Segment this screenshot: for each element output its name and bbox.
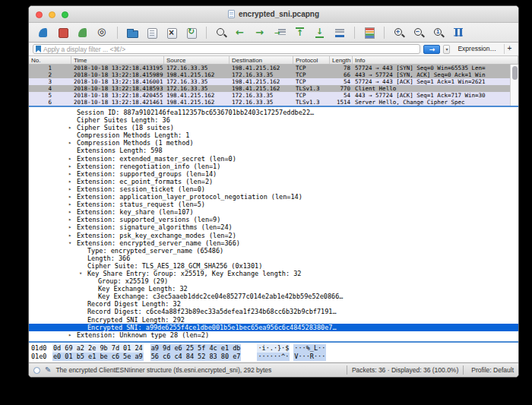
column-header-time[interactable]: Time	[71, 56, 164, 64]
packet-row[interactable]: 52018-10-18 13:22:18.420455198.41.215.16…	[29, 92, 518, 99]
detail-line[interactable]: Cipher Suite: TLS_AES_128_GCM_SHA256 (0x…	[29, 262, 518, 270]
packet-row[interactable]: 22018-10-18 13:22:18.415989198.41.215.16…	[29, 71, 518, 78]
detail-line[interactable]: Encrypted SNI Length: 292	[29, 316, 518, 324]
expand-arrow-icon[interactable]: ▸	[68, 331, 71, 339]
hex-ascii[interactable]: ···%_L··	[293, 344, 326, 353]
detail-line[interactable]: ▾Extension: encrypted_server_name (len=3…	[29, 239, 518, 247]
detail-line[interactable]: ▸Compression Methods (1 method)	[29, 139, 518, 147]
detail-line[interactable]: ▸Cipher Suites (18 suites)	[29, 124, 518, 131]
expand-arrow-icon[interactable]: ▸	[68, 185, 71, 193]
collapse-arrow-icon[interactable]: ▾	[79, 270, 82, 277]
hex-ascii[interactable]: ······^·	[257, 353, 290, 361]
hex-row[interactable]: 01e0e0 01 b5 e1 be c6 5e a956 c6 c4 84 5…	[31, 353, 518, 361]
detail-line[interactable]: Session ID: 887a9102146fea112357bc653670…	[29, 109, 518, 116]
expand-arrow-icon[interactable]: ▸	[68, 193, 71, 201]
resize-columns-button[interactable]	[450, 25, 467, 40]
column-header-info[interactable]: Info	[353, 56, 518, 64]
detail-line[interactable]: ▸Extension: renegotiation_info (len=1)	[29, 163, 518, 170]
go-forward-button[interactable]	[252, 25, 269, 40]
detail-line[interactable]: ▸Extension: psk_key_exchange_modes (len=…	[29, 232, 518, 239]
expand-arrow-icon[interactable]: ▸	[68, 232, 71, 239]
expand-arrow-icon[interactable]: ▸	[68, 163, 71, 170]
detail-line[interactable]: ▸Extension: key_share (len=107)	[29, 208, 518, 216]
detail-line[interactable]: Key Exchange: c3ec5aaeb1ddc2ce04e85277c0…	[29, 293, 518, 300]
restart-capture-button[interactable]	[74, 25, 91, 40]
filter-history-dropdown[interactable]: ▾	[443, 45, 450, 54]
column-header-destination[interactable]: Destination	[230, 56, 293, 64]
detail-line[interactable]: Cipher Suites Length: 36	[29, 116, 518, 124]
detail-line[interactable]: Record Digest Length: 32	[29, 300, 518, 308]
capture-options-button[interactable]	[94, 25, 111, 40]
packet-row[interactable]: 12018-10-18 13:22:18.413195172.16.33.351…	[29, 65, 518, 71]
hex-bytes[interactable]: a9 9d e6 25 5f 4c e1 db	[150, 344, 242, 353]
expand-arrow-icon[interactable]: ▸	[68, 170, 71, 178]
zoom-out-button[interactable]	[410, 25, 427, 40]
scrollbar-thumb[interactable]	[512, 66, 518, 80]
expand-arrow-icon[interactable]: ▸	[68, 155, 71, 163]
go-to-packet-button[interactable]	[272, 25, 289, 40]
auto-scroll-button[interactable]	[331, 25, 348, 40]
packet-list-scrollbar[interactable]	[510, 65, 518, 106]
detail-line[interactable]: ▸Extension: supported_versions (len=9)	[29, 216, 518, 223]
detail-line-selected[interactable]: Encrypted SNI: a99de6255f4ce1dbe001b5e1b…	[29, 324, 518, 331]
zoom-in-button[interactable]	[391, 25, 407, 40]
open-file-button[interactable]	[124, 25, 141, 40]
title-bar[interactable]: encrypted_sni.pcapng	[29, 6, 518, 23]
detail-line[interactable]: Group: x25519 (29)	[29, 277, 518, 285]
expand-arrow-icon[interactable]: ▸	[68, 139, 71, 147]
add-filter-button[interactable]: +	[504, 44, 515, 54]
colorize-button[interactable]	[361, 25, 378, 40]
collapse-arrow-icon[interactable]: ▾	[68, 239, 71, 247]
detail-line[interactable]: Key Exchange Length: 32	[29, 285, 518, 293]
stop-capture-button[interactable]	[55, 25, 71, 40]
column-header-no[interactable]: No.	[29, 56, 71, 64]
hex-ascii[interactable]: ·i·.·}·$	[257, 344, 290, 353]
expand-arrow-icon[interactable]: ▸	[68, 223, 71, 231]
packet-row[interactable]: 32018-10-18 13:22:18.416001172.16.33.351…	[29, 78, 518, 85]
detail-line[interactable]: Extensions Length: 598	[29, 147, 518, 154]
hex-row[interactable]: 01d00d 69 a2 2e 9b 7d 01 24a9 9d e6 25 5…	[31, 344, 518, 353]
hex-bytes[interactable]: e0 01 b5 e1 be c6 5e a9	[52, 353, 144, 361]
expand-arrow-icon[interactable]: ▸	[68, 216, 71, 223]
detail-line[interactable]: Length: 366	[29, 255, 518, 262]
detail-line[interactable]: Record Digest: c6ce4a88f23b89ec33a5defea…	[29, 308, 518, 315]
hex-bytes[interactable]: 0d 69 a2 2e 9b 7d 01 24	[52, 344, 144, 353]
expand-arrow-icon[interactable]: ▸	[68, 208, 71, 216]
profile-selector[interactable]: Profile: Default	[468, 366, 514, 374]
column-header-source[interactable]: Source	[164, 56, 230, 64]
packet-row[interactable]: 62018-10-18 13:22:18.421461198.41.215.16…	[29, 99, 518, 106]
detail-line[interactable]: ▸Extension: ec_point_formats (len=2)	[29, 178, 518, 185]
go-back-button[interactable]	[233, 25, 249, 40]
zoom-reset-button[interactable]	[430, 25, 447, 40]
expand-arrow-icon[interactable]: ▸	[68, 124, 71, 131]
close-window-button[interactable]	[36, 11, 43, 18]
detail-line[interactable]: ▸Extension: signature_algorithms (len=24…	[29, 223, 518, 231]
detail-line[interactable]: ▸Extension: session_ticket (len=0)	[29, 185, 518, 193]
reload-file-button[interactable]	[183, 25, 200, 40]
go-first-button[interactable]	[292, 25, 309, 40]
close-file-button[interactable]	[163, 25, 180, 40]
detail-line[interactable]: Type: encrypted_server_name (65486)	[29, 247, 518, 255]
hex-ascii[interactable]: V···R···	[293, 353, 326, 361]
column-header-protocol[interactable]: Protocol	[293, 56, 330, 64]
detail-line[interactable]: ▸Extension: application_layer_protocol_n…	[29, 193, 518, 201]
bookmark-icon[interactable]	[36, 46, 41, 52]
annotation-pencil-icon[interactable]: ✎	[45, 366, 51, 374]
detail-line[interactable]: ▸Extension: Unknown type 28 (len=2)	[29, 331, 518, 339]
expression-button[interactable]: Expression…	[453, 44, 501, 54]
start-capture-button[interactable]	[35, 25, 52, 40]
expert-info-icon[interactable]	[33, 367, 40, 374]
packet-row-selected[interactable]: 42018-10-18 13:22:18.418593172.16.33.351…	[29, 85, 518, 92]
column-header-length[interactable]: Length	[330, 56, 353, 64]
display-filter-input[interactable]: Apply a display filter ... <⌘/>	[33, 44, 420, 54]
save-file-button[interactable]	[144, 25, 160, 40]
zoom-window-button[interactable]	[62, 11, 68, 18]
hex-bytes[interactable]: 56 c6 c4 84 52 83 80 e7	[150, 353, 242, 361]
detail-line[interactable]: ▸Extension: supported_groups (len=14)	[29, 170, 518, 178]
find-packet-button[interactable]	[213, 25, 230, 40]
detail-line[interactable]: ▸Extension: status_request (len=5)	[29, 201, 518, 208]
expand-arrow-icon[interactable]: ▸	[68, 178, 71, 185]
go-last-button[interactable]	[312, 25, 328, 40]
detail-line[interactable]: ▾Key Share Entry: Group: x25519, Key Exc…	[29, 270, 518, 277]
apply-filter-button[interactable]: →	[423, 45, 440, 54]
